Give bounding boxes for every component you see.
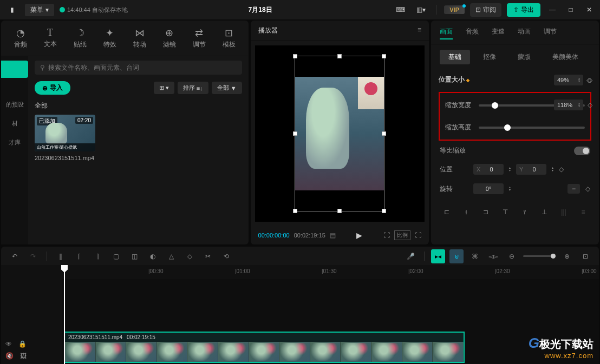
align-right-icon[interactable]: ⊐ xyxy=(479,206,493,218)
keyframe-rot-icon[interactable]: ◇ xyxy=(585,185,590,193)
keyframe-pos-icon[interactable]: ◇ xyxy=(559,166,564,173)
filter-all-button[interactable]: 全部 ▼ xyxy=(212,82,242,94)
play-button[interactable]: ▶ xyxy=(356,231,362,240)
link-icon[interactable]: ⌘ xyxy=(468,249,482,263)
handle-bl[interactable] xyxy=(293,209,297,213)
zoom-in-icon[interactable]: ⊕ xyxy=(560,249,574,263)
align-hcenter-icon[interactable]: ⫲ xyxy=(459,206,473,218)
handle-bm[interactable] xyxy=(337,209,342,213)
player-viewport[interactable] xyxy=(255,45,425,222)
spinner-icon[interactable]: ▴▾ xyxy=(509,167,511,172)
menu-button[interactable]: 菜单 ▾ xyxy=(25,4,54,16)
import-button[interactable]: ⊕导入 xyxy=(35,81,70,95)
handle-tm[interactable] xyxy=(337,54,342,58)
redo-icon[interactable]: ↷ xyxy=(26,249,40,263)
cut-left-icon[interactable]: ⌈ xyxy=(72,249,86,263)
crop2-icon[interactable]: ✂ xyxy=(201,249,215,263)
subtab-cutout[interactable]: 抠像 xyxy=(474,50,505,64)
ratio-button[interactable]: 比例 xyxy=(394,230,410,240)
frame-icon[interactable]: ⛶ xyxy=(383,231,390,239)
spinner-icon[interactable]: ▴▾ xyxy=(552,167,553,172)
align-bottom-icon[interactable]: ⊥ xyxy=(537,206,551,218)
align-vcenter-icon[interactable]: ⫯ xyxy=(518,206,532,218)
tab-adjust[interactable]: ⇄调节 xyxy=(185,26,213,50)
tab-adjust-prop[interactable]: 调节 xyxy=(544,27,557,39)
tab-speed[interactable]: 变速 xyxy=(492,27,505,39)
keyboard-icon[interactable]: ⌨ xyxy=(393,4,408,15)
handle-br[interactable] xyxy=(382,209,386,213)
magnet-icon[interactable]: ⊍ xyxy=(449,249,464,263)
lock-icon[interactable]: 🔒 xyxy=(18,340,27,348)
close-button[interactable]: ✕ xyxy=(583,3,596,16)
snap-icon[interactable]: ▸◂ xyxy=(431,249,445,263)
tab-picture[interactable]: 画面 xyxy=(440,27,453,39)
align-top-icon[interactable]: ⊤ xyxy=(498,206,512,218)
pos-y-input[interactable]: Y0 xyxy=(516,164,546,175)
tab-text[interactable]: T文本 xyxy=(36,26,64,50)
cut-right-icon[interactable]: ⌉ xyxy=(90,249,105,263)
handle-mr[interactable] xyxy=(382,131,386,136)
split-icon[interactable]: ‖ xyxy=(54,249,68,263)
speed-icon[interactable]: ◐ xyxy=(146,249,160,263)
sidebar-item-library[interactable]: 才库 xyxy=(1,133,28,152)
tab-animation[interactable]: 动画 xyxy=(518,27,531,39)
tab-transition[interactable]: ⋈转场 xyxy=(126,26,153,50)
view-mode-button[interactable]: ⊞ ▾ xyxy=(154,82,174,94)
minimize-button[interactable]: — xyxy=(546,3,559,16)
sidebar-item-preset[interactable]: 的预设 xyxy=(1,95,28,114)
mic-icon[interactable]: 🎤 xyxy=(403,249,418,263)
scale-width-value[interactable]: 49%▴▾ xyxy=(554,75,583,85)
playhead[interactable] xyxy=(64,266,65,279)
fullscreen-icon[interactable]: ⛶ xyxy=(415,231,421,239)
rotate-icon[interactable]: ◇ xyxy=(182,249,197,263)
scale-height-value[interactable]: 118%▴▾ xyxy=(554,100,583,110)
sidebar-item-cloud[interactable] xyxy=(1,78,28,95)
keyframe-width-icon[interactable]: ◇ xyxy=(588,76,592,84)
search-box[interactable]: ⚲ xyxy=(35,61,242,75)
rotation-input[interactable]: 0° xyxy=(473,183,504,194)
handle-tr[interactable] xyxy=(382,54,386,58)
sort-button[interactable]: 排序 ≡↓ xyxy=(178,82,208,94)
mute-icon[interactable]: 🔇 xyxy=(5,352,14,360)
aspect-lock-toggle[interactable] xyxy=(574,147,590,155)
handle-ml[interactable] xyxy=(293,131,297,136)
tab-filter[interactable]: ⊕滤镜 xyxy=(155,26,183,50)
tracks-area[interactable]: 20230623151511.mp400:02:19:15 xyxy=(62,279,599,364)
spinner-icon[interactable]: ▴▾ xyxy=(509,186,511,191)
ruler-main[interactable]: |00:30 |01:00 |01:30 |02:00 |02:30 |03:0… xyxy=(62,266,599,279)
sidebar-item-material[interactable]: 材 xyxy=(1,114,28,133)
zoom-out-icon[interactable]: ⊖ xyxy=(505,249,519,263)
tab-effect[interactable]: ✦特效 xyxy=(96,26,123,50)
spinner-icon[interactable]: ▴▾ xyxy=(578,77,580,83)
layout-icon[interactable]: ▥▾ xyxy=(413,4,428,15)
handle-tl[interactable] xyxy=(293,54,297,58)
zoom-fit-icon[interactable]: ⊡ xyxy=(578,249,592,263)
spinner-icon[interactable]: ▴▾ xyxy=(578,102,580,108)
subtab-basic[interactable]: 基础 xyxy=(440,50,470,64)
asset-thumbnail[interactable]: 已添加 02:20 山前工作室·随心壁纸 20230623151511.mp4 xyxy=(35,115,95,161)
video-clip[interactable]: 20230623151511.mp400:02:19:15 xyxy=(64,332,465,363)
trim-icon[interactable]: ◫ xyxy=(127,249,141,263)
tab-sticker[interactable]: ☽贴纸 xyxy=(66,26,94,50)
export-button[interactable]: ⇧导出 xyxy=(507,3,540,17)
crop-icon[interactable]: ▢ xyxy=(109,249,123,263)
pos-x-input[interactable]: X0 xyxy=(473,164,504,175)
vip-badge[interactable]: VIP xyxy=(444,5,465,14)
tab-audio[interactable]: ◔音频 xyxy=(6,26,34,50)
search-input[interactable] xyxy=(48,64,237,71)
subtab-mask[interactable]: 蒙版 xyxy=(509,50,539,64)
image-icon[interactable]: 🖼 xyxy=(20,352,27,360)
eye-icon[interactable]: 👁 xyxy=(5,340,12,348)
sidebar-item-local[interactable] xyxy=(1,61,28,78)
preview-icon[interactable]: ◅▻ xyxy=(486,249,500,263)
undo-icon[interactable]: ↶ xyxy=(8,249,22,263)
keyframe-height-icon[interactable]: ◇ xyxy=(588,101,592,109)
playhead-line[interactable] xyxy=(64,279,65,364)
align-left-icon[interactable]: ⊏ xyxy=(440,206,454,218)
video-selection-frame[interactable] xyxy=(295,56,384,211)
reverse-icon[interactable]: ⟲ xyxy=(219,249,233,263)
tab-audio-prop[interactable]: 音频 xyxy=(466,27,479,39)
player-menu-icon[interactable]: ≡ xyxy=(418,26,421,35)
tab-template[interactable]: ⊡模板 xyxy=(215,26,243,50)
review-button[interactable]: ⊡审阅 xyxy=(470,3,501,17)
